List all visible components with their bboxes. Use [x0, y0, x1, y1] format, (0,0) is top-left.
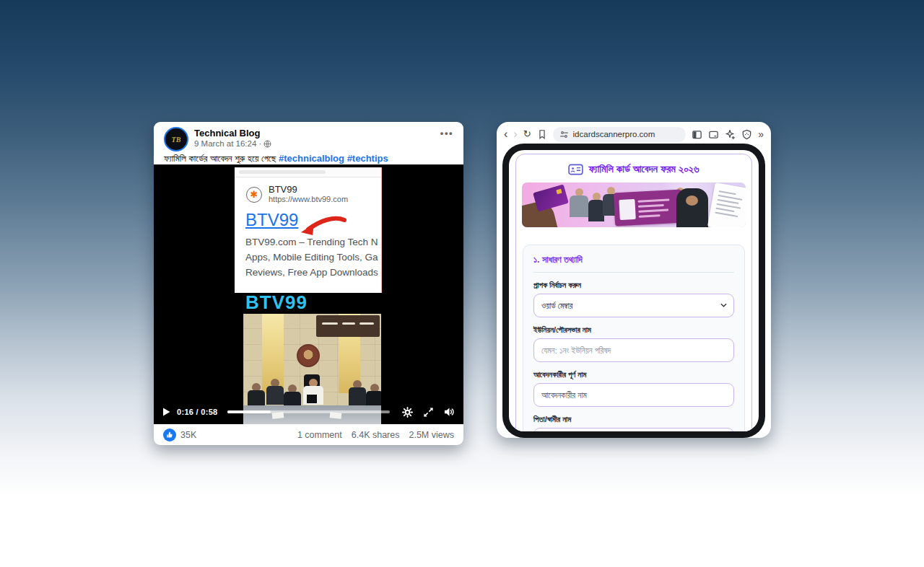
form-section-general: ১. সাধারণ তথ্যাদি প্রাপক নির্বাচন করুন ও…: [523, 245, 745, 431]
red-arrow-annotation-icon: [298, 215, 350, 241]
comment-count[interactable]: 1 comment: [297, 430, 342, 440]
search-result-site: BTV99 https://www.btv99.com: [269, 185, 348, 204]
post-text-body: ফ্যামিলি কার্ডের আবেদন শুরু হয়ে গেছে: [164, 153, 276, 164]
facebook-post-card: TB Technical Blog 9 March at 16:24 · •••…: [154, 122, 463, 445]
search-result-link[interactable]: BTV99: [245, 211, 298, 229]
author-name[interactable]: Technical Blog: [194, 128, 271, 139]
applicant-name-label: আবেদনকারীর পূর্ণ নাম: [533, 370, 734, 379]
reaction-count[interactable]: 35K: [180, 430, 196, 440]
recipient-select[interactable]: ওয়ার্ড মেম্বার: [533, 294, 734, 317]
applicant-name-input[interactable]: [533, 383, 734, 407]
site-settings-icon[interactable]: [559, 130, 569, 139]
volume-icon[interactable]: [444, 407, 455, 417]
union-name-label: ইউনিয়ন/পৌরসভার নাম: [533, 325, 734, 335]
section-divider: [533, 272, 734, 273]
extensions-sparkle-icon[interactable]: [725, 129, 736, 140]
banner-family-card: [614, 190, 683, 227]
search-result-site-row: ✱ BTV99 https://www.btv99.com: [246, 185, 381, 204]
post-menu-button[interactable]: •••: [440, 128, 453, 139]
settings-gear-icon[interactable]: [402, 407, 413, 418]
video-search-result-frame: ✱ BTV99 https://www.btv99.com BTV99 BTV9…: [235, 167, 382, 293]
photo-calligraphy-plaque: [316, 315, 380, 337]
back-button[interactable]: ‹: [504, 128, 507, 140]
union-name-input[interactable]: [533, 338, 734, 362]
phone-mockup: ‹ › ↻ idcardscannerpro.com » ফ্যামিলি কা…: [497, 122, 771, 438]
application-form-card: ফ্যামিলি কার্ড আবেদন ফরম ২০২৬: [515, 154, 752, 431]
banner-image: [522, 183, 746, 227]
url-text[interactable]: idcardscannerpro.com: [573, 130, 655, 139]
fullscreen-icon[interactable]: [424, 408, 433, 417]
form-title-text: ফ্যামিলি কার্ড আবেদন ফরম ২০২৬: [588, 163, 699, 175]
post-stats-bar: 35K 1 comment 6.4K shares 2.5M views: [154, 424, 463, 445]
view-count[interactable]: 2.5M views: [409, 430, 454, 440]
banner-held-card: [533, 184, 569, 211]
id-card-icon: [568, 164, 583, 175]
like-reaction-icon[interactable]: [163, 428, 176, 441]
description-line-2: Apps, Mobile Editing Tools, Ga: [245, 250, 381, 265]
section-heading: ১. সাধারণ তথ্যাদি: [533, 255, 734, 265]
father-husband-name-input[interactable]: [533, 428, 734, 431]
post-text: ফ্যামিলি কার্ডের আবেদন শুরু হয়ে গেছে #t…: [154, 152, 463, 164]
video-overlay-title: BTV99: [245, 292, 308, 312]
forward-button[interactable]: ›: [513, 128, 517, 140]
recipient-label: প্রাপক নির্বাচন করুন: [533, 281, 734, 290]
phone-screen: ফ্যামিলি কার্ড আবেদন ফরম ২০২৬: [509, 150, 759, 431]
address-bar[interactable]: idcardscannerpro.com: [553, 127, 687, 142]
post-timestamp: 9 March at 16:24 ·: [194, 139, 271, 149]
banner-woman-hijab: [676, 188, 708, 227]
site-url: https://www.btv99.com: [269, 195, 348, 204]
photo-microphone: [307, 395, 317, 403]
photo-national-emblem: [297, 344, 320, 367]
father-husband-name-label: পিতা/স্বামীর নাম: [533, 415, 734, 424]
description-line-3: Reviews, Free App Downloads: [245, 265, 381, 280]
form-title: ফ্যামিলি কার্ড আবেদন ফরম ২০২৬: [516, 154, 751, 183]
video-player[interactable]: ✱ BTV99 https://www.btv99.com BTV99 BTV9…: [154, 164, 463, 424]
video-progress-bar[interactable]: [227, 410, 390, 413]
toolbar-right-icons: »: [692, 128, 764, 140]
hashtag-technicalblog[interactable]: #technicalblog: [279, 153, 344, 164]
bookmark-icon[interactable]: [537, 128, 547, 140]
video-time: 0:16 / 0:58: [177, 408, 218, 416]
post-header: TB Technical Blog 9 March at 16:24 · •••: [154, 122, 463, 152]
reload-button[interactable]: ↻: [523, 128, 531, 140]
share-count[interactable]: 6.4K shares: [352, 430, 400, 440]
globe-icon: [263, 140, 271, 148]
wallet-icon[interactable]: [708, 129, 719, 140]
video-right-controls: [402, 407, 455, 418]
recipient-select-wrap: ওয়ার্ড মেম্বার: [533, 294, 734, 317]
video-progress-played: [227, 410, 271, 414]
avatar-monogram: TB: [172, 136, 181, 144]
search-result-description: BTV99.com – Trending Tech N Apps, Mobile…: [245, 234, 381, 280]
toolbar-overflow-button[interactable]: »: [758, 128, 764, 140]
sidebar-toggle-icon[interactable]: [692, 129, 702, 140]
browser-toolbar: ‹ › ↻ idcardscannerpro.com »: [497, 122, 771, 145]
play-button[interactable]: [162, 408, 170, 416]
banner-official-1: [570, 188, 588, 217]
photo-official-left-2: [266, 379, 284, 405]
video-controls: 0:16 / 0:58: [154, 405, 463, 419]
avatar[interactable]: TB: [164, 127, 188, 151]
screenshot-browser-strip: [235, 167, 381, 177]
hashtag-techtips[interactable]: #techtips: [347, 153, 388, 164]
post-author-block: Technical Blog 9 March at 16:24 ·: [194, 127, 271, 152]
privacy-shield-icon[interactable]: [741, 129, 752, 140]
btv99-favicon-icon: ✱: [246, 187, 262, 203]
timestamp-text: 9 March at 16:24 ·: [194, 139, 261, 149]
banner-official-2: [588, 193, 604, 221]
site-name: BTV99: [269, 185, 348, 195]
phone-bezel: ফ্যামিলি কার্ড আবেদন ফরম ২০২৬: [502, 144, 765, 438]
photo-official-right-1: [349, 380, 366, 406]
